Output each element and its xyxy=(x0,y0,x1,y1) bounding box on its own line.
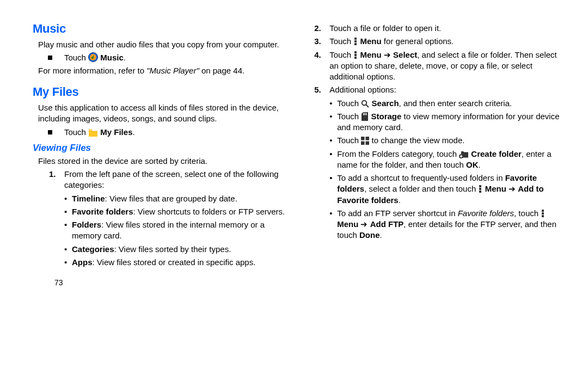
svg-rect-7 xyxy=(354,54,357,56)
heading-music: Music xyxy=(33,21,286,37)
music-ref: For more information, refer to "Music Pl… xyxy=(38,65,286,76)
touch-music-line: Touch Music. xyxy=(38,52,286,63)
svg-rect-17 xyxy=(366,142,370,145)
heading-viewing: Viewing Files xyxy=(33,142,286,155)
step-text: From the left pane of the screen, select… xyxy=(64,169,286,191)
square-bullet xyxy=(48,56,52,60)
option-search: • Touch Search, and then enter search cr… xyxy=(329,98,566,109)
svg-rect-24 xyxy=(542,210,544,212)
touch-text: Touch xyxy=(64,127,88,137)
grid-view-icon xyxy=(361,137,369,145)
menu-dots-icon xyxy=(541,209,545,218)
svg-rect-15 xyxy=(366,137,370,140)
page: Music Play music and other audio files t… xyxy=(0,0,588,391)
page-number: 73 xyxy=(54,278,286,288)
svg-rect-4 xyxy=(354,40,357,42)
touch-text: Touch xyxy=(64,53,88,62)
option-view-mode: • Touch to change the view mode. xyxy=(329,135,566,146)
step-5: 5. Additional options: xyxy=(314,84,566,95)
menu-dots-icon xyxy=(478,185,482,193)
svg-point-9 xyxy=(362,100,366,105)
svg-rect-13 xyxy=(366,113,367,115)
right-column: 2. Touch a file or folder to open it. 3.… xyxy=(302,21,566,380)
option-add-favorite: • To add a shortcut to frequently-used f… xyxy=(329,173,566,206)
svg-rect-5 xyxy=(354,43,357,45)
option-create-folder: • From the Folders category, touch Creat… xyxy=(329,149,566,171)
svg-line-10 xyxy=(366,105,369,107)
svg-rect-26 xyxy=(542,215,544,217)
create-folder-icon xyxy=(459,150,469,158)
category-favorite-folders: • Favorite folders: View shortcuts to fo… xyxy=(64,206,286,217)
left-column: Music Play music and other audio files t… xyxy=(33,21,302,380)
menu-dots-icon xyxy=(353,37,358,46)
svg-rect-12 xyxy=(365,113,366,115)
music-label: Music xyxy=(100,53,124,62)
music-icon xyxy=(88,52,98,62)
search-icon xyxy=(361,100,369,108)
svg-rect-2 xyxy=(89,129,92,131)
svg-rect-11 xyxy=(363,113,364,115)
svg-rect-22 xyxy=(479,188,481,190)
menu-dots-icon xyxy=(353,51,358,59)
folder-icon xyxy=(88,128,98,137)
step-number: 1. xyxy=(49,169,64,191)
svg-rect-21 xyxy=(479,185,481,187)
svg-rect-14 xyxy=(361,137,365,140)
category-timeline: • Timeline: View files that are grouped … xyxy=(64,193,286,204)
step-3: 3. Touch Menu for general options. xyxy=(314,36,566,47)
viewing-intro: Files stored in the device are sorted by… xyxy=(38,156,286,167)
svg-rect-3 xyxy=(354,38,357,40)
svg-rect-25 xyxy=(542,212,544,215)
option-add-ftp: • To add an FTP server shortcut in Favor… xyxy=(329,208,566,241)
category-categories: • Categories: View files sorted by their… xyxy=(64,244,286,255)
svg-rect-6 xyxy=(354,51,357,53)
svg-rect-8 xyxy=(354,57,357,59)
heading-myfiles: My Files xyxy=(33,84,286,100)
svg-rect-23 xyxy=(479,191,481,193)
myfiles-intro: Use this application to access all kinds… xyxy=(38,102,286,125)
step-1: 1. From the left pane of the screen, sel… xyxy=(49,169,286,191)
category-apps: • Apps: View files stored or created in … xyxy=(64,257,286,268)
option-storage: • Touch Storage to view memory informati… xyxy=(329,111,566,133)
step-4: 4. Touch Menu ➔ Select, and select a fil… xyxy=(314,50,566,83)
touch-myfiles-line: Touch My Files. xyxy=(38,127,286,138)
category-folders: • Folders: View files stored in the inte… xyxy=(64,219,286,242)
svg-rect-16 xyxy=(361,142,365,145)
storage-icon xyxy=(361,112,369,121)
square-bullet xyxy=(48,130,52,134)
step-2: 2. Touch a file or folder to open it. xyxy=(314,23,566,34)
music-intro: Play music and other audio files that yo… xyxy=(38,39,286,50)
myfiles-label: My Files xyxy=(100,127,132,137)
